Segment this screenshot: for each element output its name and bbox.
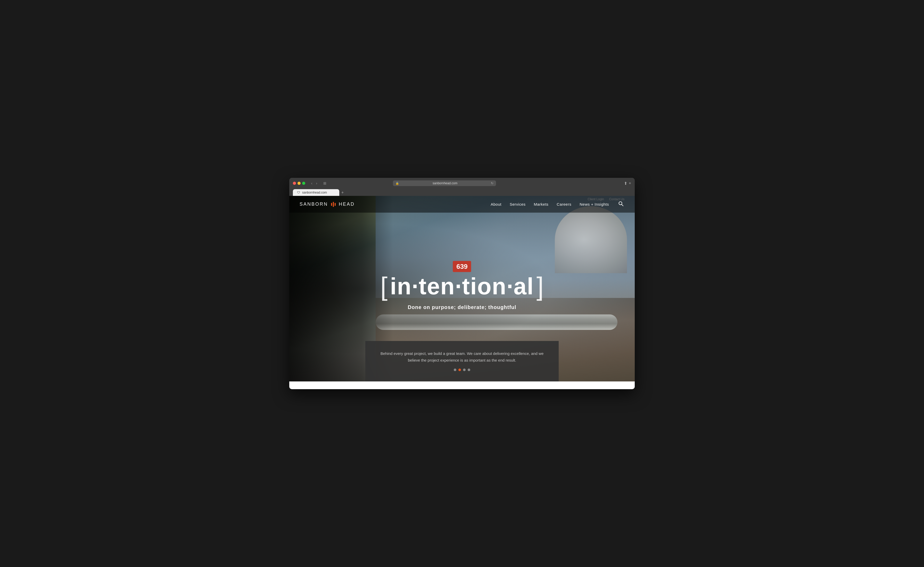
- new-tab-button[interactable]: +: [339, 189, 346, 196]
- hero-description-box: Behind every great project, we build a g…: [365, 341, 559, 381]
- nav-links: About Services Markets Careers News + In…: [490, 200, 624, 208]
- slider-dot-3[interactable]: [463, 369, 466, 371]
- minimize-button[interactable]: [297, 182, 301, 185]
- browser-window: ‹ › ⊞ 🔒 sanbornhead.com ↻ ⬆ + 🛡 sanbornh…: [289, 178, 635, 389]
- browser-top-bar: ‹ › ⊞ 🔒 sanbornhead.com ↻ ⬆ +: [293, 180, 631, 186]
- forward-button[interactable]: ›: [315, 181, 319, 186]
- logo-bar-2: [333, 202, 334, 207]
- hero-description-text: Behind every great project, we build a g…: [378, 350, 546, 363]
- nav-markets[interactable]: Markets: [534, 202, 549, 207]
- nav-about[interactable]: About: [490, 202, 501, 207]
- logo-bars-icon: [330, 202, 337, 207]
- browser-nav-buttons: ‹ ›: [310, 181, 318, 186]
- browser-actions: ⬆ +: [624, 181, 631, 186]
- slider-dot-1[interactable]: [454, 369, 456, 371]
- nav-services[interactable]: Services: [510, 202, 526, 207]
- slider-dot-2[interactable]: [458, 369, 461, 371]
- traffic-lights: [293, 182, 305, 185]
- hero-word: in·ten·tion·al: [387, 275, 537, 298]
- lock-icon: 🔒: [396, 182, 399, 185]
- active-tab[interactable]: 🛡 sanbornhead.com: [293, 189, 339, 196]
- svg-point-0: [619, 202, 622, 205]
- logo-sanborn-text: SANBORN: [300, 201, 328, 207]
- bottom-white-bar: [289, 381, 635, 389]
- hero-word-display: [ in·ten·tion·al ]: [380, 273, 544, 299]
- website: 639 Client Login Contact Us SANBORN: [289, 196, 635, 389]
- logo-bar-1: [331, 203, 332, 206]
- hero-subtitle: Done on purpose; deliberate; thoughtful: [408, 304, 516, 310]
- nav-news-insights[interactable]: News + Insights: [580, 202, 609, 207]
- close-button[interactable]: [293, 182, 296, 185]
- browser-tabs: 🛡 sanbornhead.com +: [293, 189, 631, 196]
- slider-dot-4[interactable]: [468, 369, 470, 371]
- sidebar-button[interactable]: ⊞: [322, 181, 328, 186]
- browser-chrome: ‹ › ⊞ 🔒 sanbornhead.com ↻ ⬆ + 🛡 sanbornh…: [289, 178, 635, 196]
- tab-favicon: 🛡: [297, 191, 301, 194]
- svg-line-1: [622, 205, 623, 206]
- address-bar[interactable]: 🔒 sanbornhead.com ↻: [393, 180, 496, 186]
- maximize-button[interactable]: [302, 182, 305, 185]
- slider-dots: [378, 369, 546, 371]
- search-button[interactable]: [617, 200, 624, 208]
- tab-title: sanbornhead.com: [302, 191, 327, 194]
- url-text: sanbornhead.com: [400, 182, 489, 185]
- nav-careers[interactable]: Careers: [556, 202, 572, 207]
- reload-button[interactable]: ↻: [491, 182, 494, 185]
- search-icon: [618, 201, 623, 206]
- share-button[interactable]: ⬆: [624, 181, 627, 186]
- logo-head-text: HEAD: [339, 201, 355, 207]
- logo-bar-3: [334, 203, 336, 206]
- close-bracket: ]: [537, 273, 544, 299]
- open-bracket: [: [380, 273, 387, 299]
- main-navigation: SANBORN HEAD About Services Markets Care…: [289, 196, 635, 213]
- back-button[interactable]: ‹: [310, 181, 314, 186]
- hero-section: 639 Client Login Contact Us SANBORN: [289, 196, 635, 381]
- add-tab-button[interactable]: +: [629, 181, 631, 186]
- site-logo[interactable]: SANBORN HEAD: [300, 201, 355, 207]
